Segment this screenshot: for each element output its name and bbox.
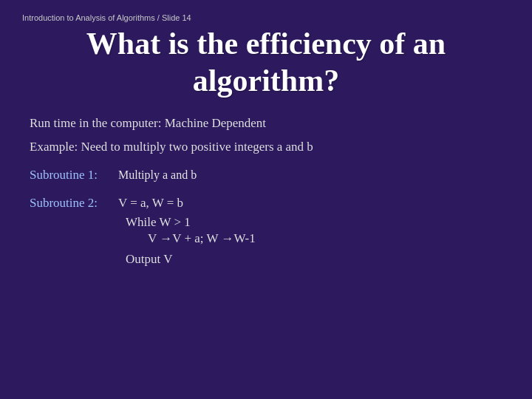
subroutine2-label: Subroutine 2:	[30, 196, 118, 211]
while-line: While W > 1	[126, 215, 256, 230]
breadcrumb: Introduction to Analysis of Algorithms /…	[22, 13, 510, 22]
output-line: Output V	[126, 252, 256, 267]
subroutine2-row: Subroutine 2: V = a, W = b While W > 1 V…	[30, 196, 510, 267]
title-line2: algorithm?	[193, 64, 339, 98]
subroutine2-content: V = a, W = b While W > 1 V →V + a; W →W-…	[118, 196, 256, 267]
subroutine2-init-text: V = a, W = b	[118, 196, 183, 211]
subroutine1-label: Subroutine 1:	[30, 168, 118, 183]
example-text: Example: Need to multiply two positive i…	[30, 140, 510, 154]
v-update-line: V →V + a; W →W-1	[126, 231, 256, 246]
subroutine1-row: Subroutine 1: Multiply a and b	[30, 168, 510, 183]
subroutine1-desc: Multiply a and b	[118, 168, 510, 182]
main-title: What is the efficiency of an algorithm?	[22, 25, 510, 100]
slide-container: Introduction to Analysis of Algorithms /…	[0, 0, 532, 399]
title-line1: What is the efficiency of an	[86, 27, 446, 61]
title-block: What is the efficiency of an algorithm?	[22, 25, 510, 100]
subroutine2-init: V = a, W = b	[118, 196, 256, 211]
content-block: Run time in the computer: Machine Depend…	[22, 116, 510, 270]
subroutine2-details: While W > 1 V →V + a; W →W-1 Output V	[118, 215, 256, 267]
run-time-text: Run time in the computer: Machine Depend…	[30, 116, 510, 131]
